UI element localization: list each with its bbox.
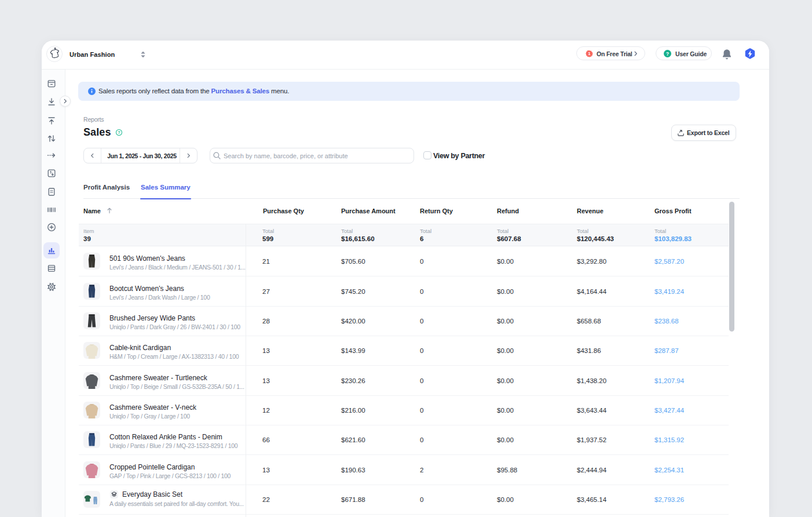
svg-text:?: ? (118, 130, 120, 135)
svg-text:1: 1 (588, 51, 591, 56)
svg-text:?: ? (666, 51, 669, 57)
